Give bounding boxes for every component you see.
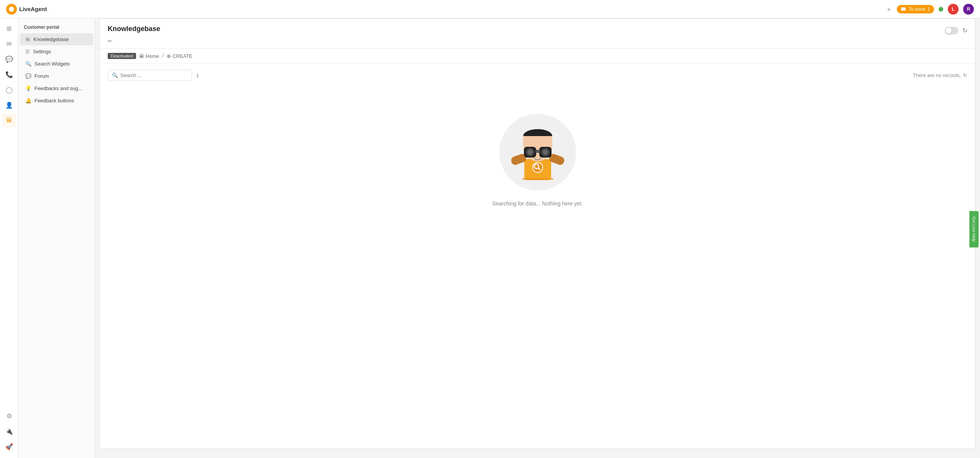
- knowledgebase-icon: 🏛: [25, 36, 30, 42]
- feedback-buttons-icon: 🔔: [25, 98, 31, 103]
- sidebar-item-plugins[interactable]: 🔌: [2, 424, 16, 438]
- sidebar-item-chat[interactable]: 💬: [2, 52, 16, 66]
- page-title: Knowledgebase: [108, 25, 160, 36]
- tosolve-label: To solve: [908, 7, 925, 12]
- illustration: [496, 110, 580, 194]
- empty-state: Searching for data... Nothing here yet.: [108, 87, 967, 222]
- svg-rect-1: [901, 7, 906, 10]
- sidebar-item-settings[interactable]: ☰ Settings: [20, 46, 93, 57]
- no-records-refresh[interactable]: ↻: [963, 72, 967, 78]
- content-header: Knowledgebase ↻ ✏: [100, 19, 975, 49]
- search-input[interactable]: [120, 72, 188, 78]
- sidebar-item-contacts[interactable]: 👤: [2, 98, 16, 112]
- table-area: 🔍 ℹ There are no records. ↻: [100, 64, 975, 228]
- logo-icon: [6, 4, 17, 15]
- avatar-l[interactable]: L: [948, 4, 959, 15]
- status-badge: Deactivated: [108, 53, 136, 59]
- breadcrumb-separator: /: [162, 53, 164, 59]
- breadcrumb-row: Deactivated 🏛 Home / ⊕ CREATE: [100, 49, 975, 64]
- search-row: 🔍 ℹ There are no records. ↻: [108, 70, 967, 81]
- forum-icon: 💬: [25, 73, 31, 79]
- sidebar-item-portal[interactable]: 🏛: [2, 113, 16, 127]
- feedbacks-icon: 💡: [25, 85, 31, 91]
- tosolve-button[interactable]: To solve 1: [897, 5, 934, 13]
- create-icon: ⊕: [167, 53, 171, 59]
- sidebar-label-knowledgebase: Knowledgebase: [33, 36, 69, 42]
- avatar-r[interactable]: R: [963, 4, 974, 15]
- empty-state-text: Searching for data... Nothing here yet.: [492, 200, 583, 207]
- customer-portal-sidebar: Customer portal 🏛 Knowledgebase ☰ Settin…: [18, 18, 95, 458]
- search-icon: 🔍: [112, 72, 118, 78]
- get-live-help-button[interactable]: Get Live Help: [970, 211, 979, 247]
- sidebar-item-settings[interactable]: ⚙: [2, 409, 16, 423]
- breadcrumb-home[interactable]: 🏛 Home: [139, 53, 159, 59]
- sidebar-label-settings: Settings: [33, 49, 51, 54]
- topnav-right: ＋ To solve 1 L R: [885, 4, 974, 15]
- sidebar-item-dashboard[interactable]: ⊞: [2, 21, 16, 35]
- svg-rect-14: [535, 150, 540, 153]
- breadcrumb-create[interactable]: ⊕ CREATE: [167, 53, 192, 59]
- info-icon[interactable]: ℹ: [197, 72, 199, 79]
- illustration-figure: [503, 117, 572, 187]
- search-widgets-icon: 🔍: [25, 61, 31, 67]
- sidebar-item-knowledgebase[interactable]: 🏛 Knowledgebase: [20, 33, 93, 45]
- sidebar-item-forum[interactable]: 💬 Forum: [20, 70, 93, 82]
- home-icon: 🏛: [139, 53, 144, 59]
- sidebar-item-feedbacks[interactable]: 💡 Feedbacks and sug...: [20, 82, 93, 94]
- content-panel: Knowledgebase ↻ ✏ Deactivated 🏛 Home /: [100, 18, 975, 449]
- edit-icon[interactable]: ✏: [108, 38, 112, 44]
- svg-point-0: [9, 7, 14, 11]
- svg-point-12: [527, 149, 533, 155]
- svg-point-13: [543, 149, 548, 155]
- add-button[interactable]: ＋: [885, 5, 892, 14]
- logo-text: LiveAgent: [19, 6, 47, 12]
- sidebar-label-forum: Forum: [34, 73, 49, 79]
- left-icon-sidebar: ⊞ ✉ 💬 📞 ◯ 👤 🏛 ⚙ 🔌 🚀: [0, 18, 18, 458]
- liveagent-icon: [8, 6, 15, 12]
- no-records-text: There are no records. ↻: [913, 72, 967, 78]
- sidebar-item-rocket[interactable]: 🚀: [2, 440, 16, 453]
- settings-icon: ☰: [25, 49, 30, 54]
- status-indicator: [939, 7, 943, 11]
- sidebar-item-search-widgets[interactable]: 🔍 Search Widgets: [20, 58, 93, 70]
- sidebar-header: Customer portal: [18, 18, 95, 33]
- search-illustration: [503, 117, 572, 186]
- refresh-button[interactable]: ↻: [962, 27, 967, 34]
- sidebar-item-reports[interactable]: ◯: [2, 83, 16, 97]
- logo[interactable]: LiveAgent: [6, 4, 47, 15]
- sidebar-label-search-widgets: Search Widgets: [34, 61, 70, 67]
- sidebar-label-feedback-buttons: Feedback buttons: [34, 98, 74, 103]
- topnav: LiveAgent ＋ To solve 1 L R: [0, 0, 980, 18]
- toggle-knob: [946, 28, 952, 34]
- sidebar-item-feedback-buttons[interactable]: 🔔 Feedback buttons: [20, 95, 93, 107]
- sidebar-item-calls[interactable]: 📞: [2, 67, 16, 81]
- sidebar-item-tickets[interactable]: ✉: [2, 37, 16, 51]
- tosolve-count: 1: [927, 7, 930, 12]
- activation-toggle[interactable]: [945, 27, 959, 34]
- main-content: Knowledgebase ↻ ✏ Deactivated 🏛 Home /: [95, 18, 980, 458]
- sidebar-label-feedbacks: Feedbacks and sug...: [34, 85, 82, 91]
- chat-icon: [901, 7, 906, 12]
- search-input-wrap[interactable]: 🔍: [108, 70, 192, 81]
- svg-rect-7: [523, 136, 552, 144]
